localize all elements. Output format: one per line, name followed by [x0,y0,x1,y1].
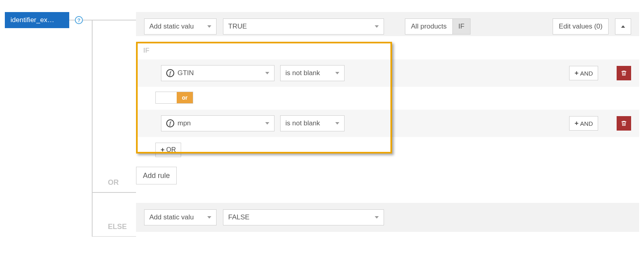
tree-or-label: OR [108,178,119,187]
condition-field-select[interactable]: fGTIN [161,65,275,81]
chevron-down-icon [265,122,269,125]
action-select[interactable]: Add static valu [144,18,217,35]
plus-icon: + [161,146,165,154]
tree-else-label: ELSE [108,223,127,231]
chevron-down-icon [207,216,211,219]
tree-branch [92,236,136,237]
value-select[interactable]: FALSE [223,209,384,225]
rule-block-else: Add static valu FALSE [136,203,639,232]
or-toggle-label: or [177,92,193,103]
plus-icon: + [574,69,578,77]
condition-operator-select[interactable]: is not blank [280,65,345,81]
add-and-button[interactable]: + AND [569,66,598,80]
condition-row: fGTIN is not blank + AND [136,59,639,87]
function-icon: f [166,119,174,127]
help-icon[interactable]: ? [75,16,83,24]
if-condition-panel: IF fGTIN is not blank + AND [136,42,639,163]
delete-condition-button[interactable] [617,66,631,80]
or-toggle-blank [156,92,177,103]
connector [83,20,92,20]
trash-icon [621,70,627,76]
add-and-button[interactable]: + AND [569,116,598,131]
add-or-group-button[interactable]: + OR [155,143,181,157]
mapping-rule-editor: identifier_ex… ? OR ELSE Add static valu… [5,12,639,232]
chevron-down-icon [375,25,379,28]
function-icon: f [166,69,174,77]
field-pill[interactable]: identifier_ex… [5,12,69,28]
tree-vertical-line [92,20,93,237]
highlighted-region: IF fGTIN is not blank + AND [136,42,639,163]
tree-branch [92,20,136,20]
scope-if-group: All products IF [405,18,471,35]
chevron-down-icon [207,25,211,28]
rule-header-row: Add static valu TRUE All products IF Edi… [144,18,631,35]
if-section-label: IF [136,42,639,55]
rules-column: Add static valu TRUE All products IF Edi… [136,12,639,232]
chevron-up-icon [621,25,625,28]
plus-icon: + [574,119,578,127]
add-rule-button[interactable]: Add rule [136,167,177,184]
collapse-button[interactable] [615,18,631,35]
condition-field-select[interactable]: fmpn [161,115,275,131]
condition-row: fmpn is not blank + AND [136,110,639,137]
field-pill-label: identifier_ex… [10,16,54,24]
scope-all-products-button[interactable]: All products [405,18,452,35]
rule-header-row: Add static valu FALSE [144,209,631,225]
chevron-down-icon [375,216,379,219]
chevron-down-icon [265,72,269,74]
edit-values-button[interactable]: Edit values (0) [553,18,609,35]
tree-branch [92,192,136,193]
connector [69,20,75,20]
chevron-down-icon [335,122,339,125]
value-select[interactable]: TRUE [223,18,384,35]
if-toggle-button[interactable]: IF [452,18,471,35]
delete-condition-button[interactable] [617,116,631,131]
rule-block: Add static valu TRUE All products IF Edi… [136,12,639,36]
or-join-toggle[interactable]: or [155,92,193,104]
condition-operator-select[interactable]: is not blank [280,115,345,131]
chevron-down-icon [335,72,339,74]
trash-icon [621,120,627,127]
action-select[interactable]: Add static valu [144,209,217,225]
